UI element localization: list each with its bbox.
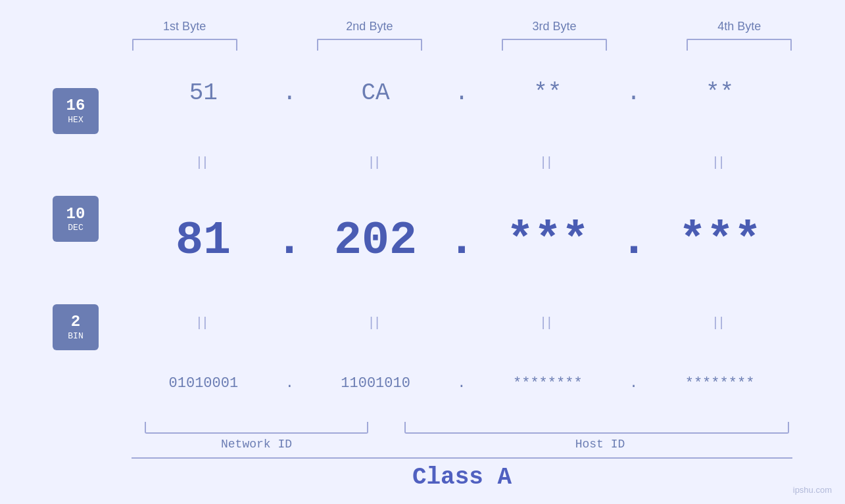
watermark: ipshu.com (793, 485, 832, 495)
bracket-cell-4 (647, 39, 832, 51)
bin-value-2: 11001010 (341, 375, 410, 392)
bin-cell-1: 01010001 (131, 375, 276, 392)
top-brackets-row (92, 39, 832, 51)
bracket-cell-3 (462, 39, 647, 51)
top-bracket-3 (502, 39, 607, 51)
hex-row: 51 . CA . ** . ** (131, 80, 792, 106)
content-area: 16 HEX 10 DEC 2 BIN 51 . (53, 57, 792, 421)
bin-badge: 2 BIN (53, 304, 99, 350)
hex-cell-2: CA (303, 80, 448, 106)
host-id-label: Host ID (575, 438, 625, 451)
dec-badge: 10 DEC (53, 196, 99, 242)
hex-value-2: CA (361, 80, 389, 106)
bin-cell-2: 11001010 (303, 375, 448, 392)
hex-value-1: 51 (189, 80, 218, 106)
base-labels-column: 16 HEX 10 DEC 2 BIN (53, 57, 131, 421)
eq-cell-4: || (648, 154, 792, 170)
data-rows: 51 . CA . ** . ** (131, 57, 792, 421)
main-container: 1st Byte 2nd Byte 3rd Byte 4th Byte 16 H… (0, 0, 845, 504)
equals-row-1: || || || || (131, 154, 792, 170)
hex-badge-name: HEX (68, 115, 83, 125)
hex-dot-2: . (448, 80, 475, 106)
dec-badge-num: 10 (66, 206, 85, 223)
dec-value-2: 202 (334, 215, 417, 267)
network-id-label: Network ID (221, 438, 292, 451)
eq-cell-1: || (131, 154, 276, 170)
hex-cell-3: ** (475, 80, 620, 106)
byte-label-1: 1st Byte (92, 20, 277, 34)
hex-dot-3: . (621, 80, 647, 106)
class-section: Class A (53, 457, 792, 491)
hex-badge: 16 HEX (53, 88, 99, 134)
bin-value-1: 01010001 (169, 375, 239, 392)
eq2-cell-1: || (131, 315, 276, 330)
top-bracket-4 (687, 39, 792, 51)
eq2-cell-3: || (475, 315, 620, 330)
hex-value-3: ** (533, 80, 562, 106)
eq2-cell-4: || (648, 315, 792, 330)
bin-row: 01010001 . 11001010 . ******** . (131, 375, 792, 392)
byte-label-4: 4th Byte (647, 20, 832, 34)
dec-value-1: 81 (176, 215, 231, 267)
top-bracket-2 (317, 39, 422, 51)
dec-cell-3: *** (475, 215, 620, 267)
top-bracket-1 (132, 39, 237, 51)
dec-value-4: *** (679, 215, 761, 267)
eq-cell-2: || (303, 154, 448, 170)
network-bracket-group: Network ID (132, 422, 381, 451)
dec-cell-4: *** (648, 215, 792, 267)
dec-dot-1: . (276, 215, 303, 267)
bin-cell-4: ******** (648, 375, 792, 392)
dec-dot-3: . (620, 215, 648, 267)
byte-label-2: 2nd Byte (277, 20, 462, 34)
host-bracket-group: Host ID (408, 422, 792, 451)
dec-value-3: *** (506, 215, 589, 267)
dec-cell-2: 202 (303, 215, 448, 267)
hex-value-4: ** (706, 80, 734, 106)
dec-badge-name: DEC (68, 223, 83, 233)
class-divider (132, 457, 792, 459)
bin-dot-2: . (448, 375, 475, 392)
bottom-bracket-network (145, 422, 368, 434)
eq-cell-3: || (475, 154, 620, 170)
bin-badge-name: BIN (68, 331, 83, 341)
bin-dot-1: . (276, 375, 302, 392)
bottom-section: Network ID Host ID (53, 421, 792, 451)
class-label: Class A (132, 464, 792, 491)
bin-badge-num: 2 (71, 313, 80, 331)
byte-label-3: 3rd Byte (462, 20, 647, 34)
bottom-bracket-host (404, 422, 789, 434)
bin-dot-3: . (621, 375, 647, 392)
hex-cell-1: 51 (131, 80, 276, 106)
byte-labels-row: 1st Byte 2nd Byte 3rd Byte 4th Byte (92, 20, 832, 34)
bracket-cell-1 (92, 39, 277, 51)
equals-row-2: || || || || (131, 315, 792, 330)
eq2-cell-2: || (303, 315, 448, 330)
bottom-brackets-container: Network ID Host ID (132, 422, 792, 451)
hex-dot-1: . (276, 80, 302, 106)
dec-cell-1: 81 (131, 215, 276, 267)
bracket-cell-2 (277, 39, 462, 51)
hex-cell-4: ** (648, 80, 792, 106)
bin-value-4: ******** (685, 375, 755, 392)
dec-row: 81 . 202 . *** . *** (131, 215, 792, 267)
dec-dot-2: . (448, 215, 475, 267)
bin-cell-3: ******** (475, 375, 620, 392)
bin-value-3: ******** (513, 375, 583, 392)
hex-badge-num: 16 (66, 97, 85, 114)
